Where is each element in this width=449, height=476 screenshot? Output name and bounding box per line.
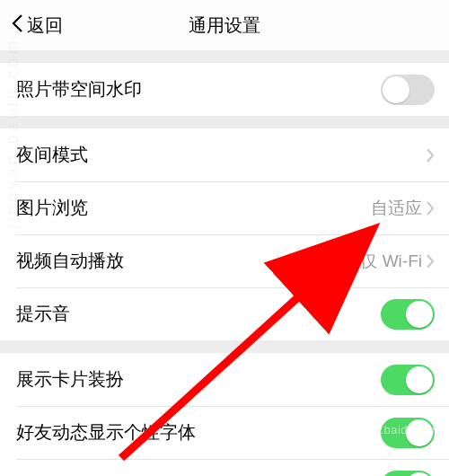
toggle-switch[interactable] bbox=[381, 418, 435, 448]
toggle-switch[interactable] bbox=[381, 365, 435, 395]
row-label: 照片带空间水印 bbox=[16, 77, 381, 101]
settings-row[interactable]: 照片带空间水印 bbox=[0, 63, 449, 116]
chevron-right-icon bbox=[426, 147, 435, 163]
settings-row[interactable]: 夜间模式 bbox=[0, 128, 449, 181]
row-value: 自适应 bbox=[371, 197, 422, 220]
settings-row[interactable]: 好友动态显示炫彩字效果 bbox=[0, 459, 449, 476]
settings-row[interactable]: 提示音 bbox=[0, 287, 449, 340]
chevron-right-icon bbox=[426, 253, 435, 269]
chevron-right-icon bbox=[426, 200, 435, 216]
group-separator bbox=[0, 116, 449, 128]
row-label: 提示音 bbox=[16, 302, 381, 326]
chevron-left-icon bbox=[11, 13, 27, 38]
toggle-knob bbox=[406, 472, 433, 477]
toggle-knob bbox=[383, 76, 409, 103]
row-label: 展示卡片装扮 bbox=[16, 367, 381, 392]
row-label: 夜间模式 bbox=[16, 143, 422, 167]
toggle-knob bbox=[406, 419, 433, 446]
row-label: 图片浏览 bbox=[16, 196, 371, 220]
row-label: 好友动态显示个性字体 bbox=[16, 420, 381, 445]
toggle-knob bbox=[406, 366, 433, 393]
group-separator bbox=[0, 50, 449, 63]
settings-row[interactable]: 视频自动播放仅 Wi-Fi bbox=[0, 234, 449, 287]
toggle-switch[interactable] bbox=[381, 75, 435, 105]
toggle-switch[interactable] bbox=[381, 471, 435, 477]
back-button[interactable]: 返回 bbox=[11, 13, 63, 38]
row-label: 视频自动播放 bbox=[16, 249, 360, 273]
page-title: 通用设置 bbox=[189, 13, 260, 38]
back-label: 返回 bbox=[27, 13, 63, 38]
settings-row[interactable]: 好友动态显示个性字体 bbox=[0, 406, 449, 459]
settings-row[interactable]: 展示卡片装扮 bbox=[0, 353, 449, 406]
header: 返回 通用设置 bbox=[0, 0, 449, 50]
settings-list: 照片带空间水印夜间模式图片浏览自适应视频自动播放仅 Wi-Fi提示音展示卡片装扮… bbox=[0, 50, 449, 476]
group-separator bbox=[0, 340, 449, 353]
settings-row[interactable]: 图片浏览自适应 bbox=[0, 181, 449, 234]
row-value: 仅 Wi-Fi bbox=[360, 250, 422, 273]
toggle-switch[interactable] bbox=[381, 299, 435, 330]
toggle-knob bbox=[406, 301, 433, 328]
